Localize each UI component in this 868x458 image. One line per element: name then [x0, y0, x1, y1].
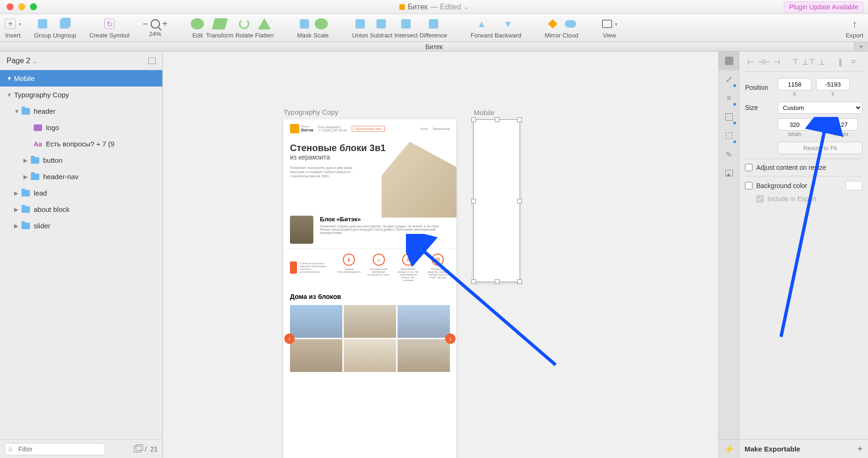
backward-tool[interactable]: ▼Backward: [495, 17, 521, 39]
text-icon: Aa: [34, 140, 42, 148]
artboard-label[interactable]: Mobile: [474, 109, 494, 116]
inspector-tab-edit[interactable]: ✎: [719, 145, 739, 164]
adjust-content-checkbox[interactable]: Adjust content on resize: [745, 164, 862, 171]
disclosure-icon[interactable]: ▶: [14, 223, 20, 229]
add-export-icon[interactable]: +: [857, 444, 862, 454]
include-export-checkbox[interactable]: Include in Export: [745, 195, 862, 203]
layer-item-slider[interactable]: ▶slider: [0, 218, 162, 234]
background-color-checkbox[interactable]: Background color: [745, 181, 862, 190]
filter-input[interactable]: [5, 443, 105, 455]
intersect-tool[interactable]: Intersect: [394, 17, 418, 39]
folder-icon: [22, 223, 30, 229]
layer-list: ▼Mobile ▼Typography Copy ▼header logo Aa…: [0, 70, 162, 439]
layer-item-typography[interactable]: ▼Typography Copy: [0, 87, 162, 103]
align-right-button[interactable]: ⊣: [771, 57, 782, 66]
layer-item-about-block[interactable]: ▶about block: [0, 201, 162, 218]
selection-handle[interactable]: [495, 117, 499, 122]
view-tool[interactable]: ▾View: [602, 17, 617, 39]
disclosure-icon[interactable]: ▼: [7, 92, 12, 98]
ungroup-tool[interactable]: Ungroup: [53, 17, 76, 39]
zoom-control[interactable]: − + 24%: [143, 19, 167, 37]
maximize-window-button[interactable]: [30, 3, 37, 10]
layer-item-logo[interactable]: logo: [0, 119, 162, 136]
artboard-typography[interactable]: Typography Copy БлокиБитэк Есть вопросы?…: [283, 119, 456, 458]
position-x-input[interactable]: [778, 78, 811, 90]
mask-tool[interactable]: Mask: [297, 17, 311, 39]
layer-item-lead[interactable]: ▶lead: [0, 185, 162, 201]
align-bottom-button[interactable]: ⊥: [816, 57, 827, 66]
group-tool[interactable]: Group: [34, 17, 51, 39]
minimize-window-button[interactable]: [18, 3, 25, 10]
inspector-tab-resize[interactable]: ⤢: [719, 70, 739, 89]
disclosure-icon[interactable]: ▼: [14, 108, 20, 115]
selection-handle[interactable]: [517, 117, 522, 122]
cloud-tool[interactable]: Cloud: [563, 17, 579, 39]
layers-icon[interactable]: [134, 446, 141, 452]
page-selector[interactable]: Page 2 ⌄: [0, 51, 162, 70]
selection-handle[interactable]: [517, 199, 522, 204]
selection-handle[interactable]: [495, 279, 499, 284]
add-tab-button[interactable]: +: [854, 42, 868, 51]
inspector-tab-image[interactable]: [719, 164, 739, 182]
canvas[interactable]: Typography Copy БлокиБитэк Есть вопросы?…: [163, 51, 718, 458]
layer-item-text[interactable]: AaЕсть вопросы? + 7 (9: [0, 136, 162, 152]
mirror-tool[interactable]: Mirror: [545, 17, 561, 39]
magnifier-icon: [151, 19, 160, 29]
resize-to-fit-button[interactable]: Resize to Fit: [778, 142, 862, 154]
background-color-swatch[interactable]: [846, 181, 862, 190]
layer-item-header-nav[interactable]: ▶header-nav: [0, 168, 162, 185]
inspector-tab-prototype[interactable]: ⚡: [719, 439, 739, 458]
inspector-tab-align[interactable]: ≡: [719, 89, 739, 108]
union-tool[interactable]: Union: [352, 17, 368, 39]
export-tool[interactable]: ↑Export: [846, 17, 863, 39]
make-exportable-section[interactable]: Make Exportable +: [739, 439, 868, 458]
align-center-v-button[interactable]: ⊥⊤: [803, 57, 814, 66]
disclosure-icon[interactable]: ▶: [14, 190, 20, 196]
swap-dimensions-icon[interactable]: ⇄: [816, 121, 822, 130]
chevron-down-icon[interactable]: ⌄: [464, 4, 469, 10]
page-list-icon[interactable]: [148, 58, 156, 64]
difference-tool[interactable]: Difference: [420, 17, 447, 39]
create-symbol-tool[interactable]: ↻ Create Symbol: [89, 17, 130, 39]
size-preset-select[interactable]: Custom: [778, 102, 862, 114]
align-left-button[interactable]: ⊢: [745, 57, 756, 66]
position-y-input[interactable]: [816, 78, 850, 90]
selection-handle[interactable]: [471, 117, 476, 122]
insert-tool[interactable]: +▾ Insert: [5, 17, 21, 39]
align-top-button[interactable]: ⊤: [790, 57, 801, 66]
disclosure-icon[interactable]: ▶: [23, 157, 29, 164]
inspector-tab-style[interactable]: [719, 51, 739, 70]
slash-icon: /: [145, 445, 147, 453]
rotate-tool[interactable]: Rotate: [235, 17, 253, 39]
artboard-mobile[interactable]: Mobile: [473, 119, 520, 282]
selection-handle[interactable]: [517, 279, 522, 284]
close-window-button[interactable]: [7, 3, 14, 10]
window-title: Битек — Edited ⌄: [399, 3, 469, 11]
subtract-tool[interactable]: Subtract: [370, 17, 392, 39]
tab-title[interactable]: Битек: [425, 43, 442, 51]
inspector-tab-selection[interactable]: [719, 126, 739, 145]
width-input[interactable]: [778, 118, 811, 131]
disclosure-icon[interactable]: ▼: [7, 75, 12, 82]
edit-tool[interactable]: Edit: [191, 17, 204, 39]
inspector-tab-layout[interactable]: [719, 108, 739, 126]
disclosure-icon[interactable]: ▶: [14, 206, 20, 213]
layer-item-button[interactable]: ▶button: [0, 152, 162, 168]
distribute-v-button[interactable]: =: [848, 57, 859, 66]
zoom-out-button[interactable]: −: [143, 19, 148, 29]
zoom-in-button[interactable]: +: [162, 19, 168, 29]
scale-tool[interactable]: Scale: [313, 17, 329, 39]
selection-handle[interactable]: [471, 279, 476, 284]
artboard-label[interactable]: Typography Copy: [283, 108, 339, 116]
align-center-h-button[interactable]: ⊣⊢: [758, 57, 769, 66]
transform-tool[interactable]: Transform: [206, 17, 233, 39]
plugin-update-badge[interactable]: Plugin Update Available: [784, 1, 863, 13]
layer-item-header[interactable]: ▼header: [0, 103, 162, 119]
layer-item-mobile[interactable]: ▼Mobile: [0, 70, 162, 87]
selection-handle[interactable]: [471, 199, 476, 204]
height-input[interactable]: [824, 118, 858, 131]
flatten-tool[interactable]: Flatten: [255, 17, 274, 39]
forward-tool[interactable]: ▲Forward: [470, 17, 493, 39]
distribute-h-button[interactable]: ‖: [835, 57, 846, 66]
disclosure-icon[interactable]: ▶: [23, 174, 29, 180]
